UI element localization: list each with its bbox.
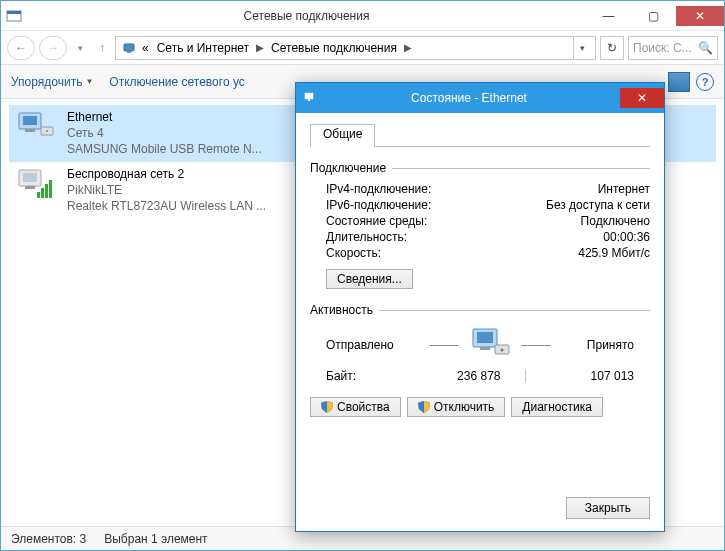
minimize-button[interactable]: — (586, 6, 631, 26)
titlebar: Сетевые подключения — ▢ ✕ (1, 1, 724, 31)
line-left (429, 345, 459, 346)
maximize-button[interactable]: ▢ (631, 6, 676, 26)
help-icon[interactable]: ? (696, 73, 714, 91)
kv-row: IPv4-подключение:Интернет (310, 181, 650, 197)
close-button[interactable]: ✕ (676, 6, 724, 26)
activity-monitor-icon (467, 327, 513, 363)
action-label: Отключение сетевого ус (109, 75, 244, 89)
shield-icon (418, 401, 430, 413)
network-location-icon (120, 39, 138, 57)
connection-adapter: SAMSUNG Mobile USB Remote N... (67, 141, 262, 157)
disable-device-action[interactable]: Отключение сетевого ус (109, 75, 244, 89)
bytes-sent: 236 878 (416, 369, 501, 383)
svg-point-22 (501, 349, 504, 352)
divider (525, 369, 526, 383)
kv-key: IPv6-подключение: (326, 198, 546, 212)
ethernet-icon (15, 109, 57, 147)
bytes-row: Байт: 236 878 107 013 (310, 363, 650, 383)
properties-label: Свойства (337, 400, 390, 414)
window-icon (1, 8, 27, 24)
organize-label: Упорядочить (11, 75, 82, 89)
forward-button[interactable]: → (39, 36, 67, 60)
connection-text: Беспроводная сеть 2 PikNikLTE Realtek RT… (67, 166, 266, 215)
view-options-button[interactable] (668, 72, 690, 92)
search-placeholder: Поиск: С... (633, 41, 692, 55)
recent-dropdown[interactable]: ▾ (71, 36, 89, 60)
line-right (521, 345, 551, 346)
bytes-label: Байт: (326, 369, 416, 383)
wifi-icon (15, 166, 57, 204)
kv-value: Интернет (598, 182, 650, 196)
disable-button[interactable]: Отключить (407, 397, 506, 417)
activity-center (429, 327, 551, 363)
connection-adapter: Realtek RTL8723AU Wireless LAN ... (67, 198, 266, 214)
status-selected-count: Выбран 1 элемент (104, 532, 207, 546)
disable-label: Отключить (434, 400, 495, 414)
kv-key: IPv4-подключение: (326, 182, 598, 196)
svg-point-8 (46, 130, 48, 132)
breadcrumb-item[interactable]: Сетевые подключения (267, 41, 401, 55)
kv-value: Без доступа к сети (546, 198, 650, 212)
properties-button[interactable]: Свойства (310, 397, 401, 417)
svg-rect-17 (308, 99, 310, 101)
dialog-button-row: Свойства Отключить Диагностика (310, 397, 650, 417)
dialog-icon (304, 91, 318, 105)
svg-rect-1 (7, 11, 21, 14)
kv-row: Длительность:00:00:36 (310, 229, 650, 245)
kv-value: Подключено (581, 214, 650, 228)
connection-network: Сеть 4 (67, 125, 262, 141)
activity-visual: Отправлено Принято (310, 323, 650, 363)
breadcrumb-dropdown[interactable]: ▾ (573, 37, 591, 59)
dialog-close-button[interactable]: ✕ (620, 88, 664, 108)
dialog-titlebar: Состояние - Ethernet ✕ (296, 83, 664, 113)
up-button[interactable]: ↑ (93, 36, 111, 60)
bytes-received: 107 013 (550, 369, 635, 383)
window-controls: — ▢ ✕ (586, 6, 724, 26)
svg-rect-14 (45, 184, 48, 198)
svg-rect-5 (23, 116, 37, 125)
connection-name: Беспроводная сеть 2 (67, 166, 266, 182)
kv-row: IPv6-подключение:Без доступа к сети (310, 197, 650, 213)
chevron-right-icon[interactable]: ▶ (401, 42, 415, 53)
breadcrumb-prefix: « (138, 41, 153, 55)
dialog-body: Общие Подключение IPv4-подключение:Интер… (296, 113, 664, 427)
toolbar-right: ? (668, 72, 714, 92)
divider (379, 310, 650, 311)
svg-rect-13 (41, 188, 44, 198)
svg-rect-16 (305, 93, 313, 99)
navbar: ← → ▾ ↑ « Сеть и Интернет ▶ Сетевые подк… (1, 31, 724, 65)
chevron-right-icon[interactable]: ▶ (253, 42, 267, 53)
organize-menu[interactable]: Упорядочить ▼ (11, 75, 93, 89)
diagnose-button[interactable]: Диагностика (511, 397, 603, 417)
close-dialog-button[interactable]: Закрыть (566, 497, 650, 519)
status-dialog: Состояние - Ethernet ✕ Общие Подключение… (295, 82, 665, 532)
svg-rect-11 (25, 186, 35, 189)
tab-general[interactable]: Общие (310, 124, 375, 147)
activity-group-label: Активность (310, 303, 373, 317)
activity-group: Активность Отправлено Принято Байт: 236 … (310, 303, 650, 383)
kv-key: Скорость: (326, 246, 578, 260)
breadcrumb-item[interactable]: Сеть и Интернет (153, 41, 253, 55)
window-title: Сетевые подключения (27, 9, 586, 23)
chevron-down-icon: ▼ (85, 77, 93, 86)
search-icon: 🔍 (698, 41, 713, 55)
activity-sent-label: Отправлено (326, 338, 394, 352)
breadcrumb[interactable]: « Сеть и Интернет ▶ Сетевые подключения … (115, 36, 596, 60)
connection-group: Подключение IPv4-подключение:Интернет IP… (310, 161, 650, 289)
svg-rect-12 (37, 192, 40, 198)
search-input[interactable]: Поиск: С... 🔍 (628, 36, 718, 60)
status-item-count: Элементов: 3 (11, 532, 86, 546)
kv-value: 425.9 Мбит/с (578, 246, 650, 260)
details-button[interactable]: Сведения... (326, 269, 413, 289)
svg-rect-15 (49, 180, 52, 198)
connection-group-label: Подключение (310, 161, 386, 175)
kv-key: Состояние среды: (326, 214, 581, 228)
svg-rect-19 (477, 332, 493, 343)
kv-key: Длительность: (326, 230, 603, 244)
svg-rect-10 (23, 173, 37, 182)
svg-rect-6 (25, 129, 35, 132)
refresh-button[interactable]: ↻ (600, 36, 624, 60)
dialog-footer: Закрыть (566, 497, 650, 519)
svg-rect-2 (124, 44, 134, 51)
back-button[interactable]: ← (7, 36, 35, 60)
